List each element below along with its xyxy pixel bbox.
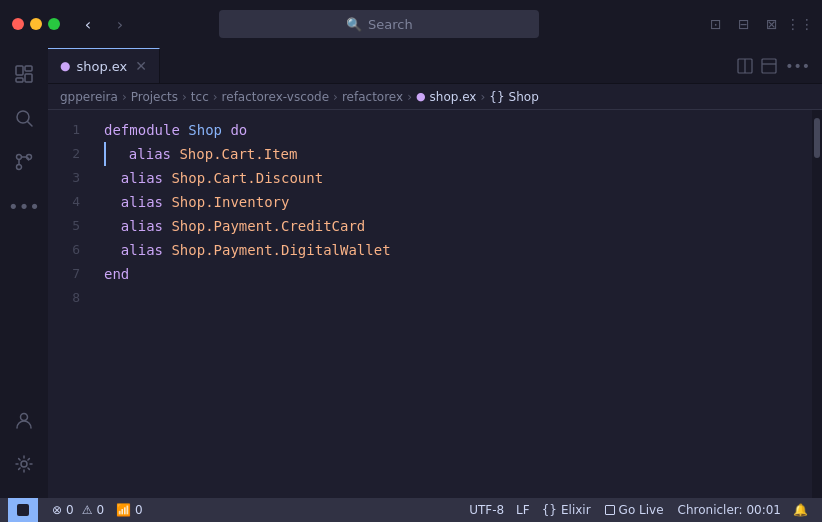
- file-type-icon: ●: [416, 90, 426, 103]
- status-chronicler[interactable]: Chronicler: 00:01: [672, 498, 787, 522]
- breadcrumb-file[interactable]: ● shop.ex: [416, 90, 477, 104]
- module-path-3: Shop.Inventory: [171, 190, 289, 214]
- search-label: Search: [368, 17, 413, 32]
- breadcrumb-part-2[interactable]: tcc: [191, 90, 209, 104]
- search-bar[interactable]: 🔍 Search: [219, 10, 539, 38]
- status-line-ending[interactable]: LF: [510, 498, 536, 522]
- breadcrumb-symbol[interactable]: {} Shop: [489, 90, 538, 104]
- line-numbers: 1 2 3 4 5 6 7 8: [48, 110, 96, 498]
- breadcrumb-filename: shop.ex: [430, 90, 477, 104]
- svg-rect-1: [25, 66, 32, 71]
- explorer-icon[interactable]: [6, 56, 42, 92]
- keyword-defmodule: defmodule: [104, 118, 188, 142]
- breadcrumb-sep-1: ›: [182, 90, 187, 104]
- status-bar: ⊗ 0 ⚠ 0 📶 0 UTF-8 LF {} Elixir Go Live C…: [0, 498, 822, 522]
- breadcrumb-symbol-name: Shop: [509, 90, 539, 104]
- breadcrumb-module-icon: {}: [489, 90, 504, 104]
- module-path-1: Shop.Cart.Item: [179, 142, 297, 166]
- module-name-shop: Shop: [188, 118, 222, 142]
- scrollbar-thumb: [814, 118, 820, 158]
- account-icon[interactable]: [6, 402, 42, 438]
- breadcrumb-part-4[interactable]: refactorex: [342, 90, 403, 104]
- line-num-7: 7: [48, 262, 96, 286]
- code-editor: 1 2 3 4 5 6 7 8 defmodule Shop do alias …: [48, 110, 822, 498]
- breadcrumb-sep-2: ›: [213, 90, 218, 104]
- code-content[interactable]: defmodule Shop do alias Shop.Cart.Item a…: [96, 110, 812, 498]
- module-path-2: Shop.Cart.Discount: [171, 166, 323, 190]
- status-go-live[interactable]: Go Live: [597, 498, 672, 522]
- breadcrumb-part-3[interactable]: refactorex-vscode: [222, 90, 330, 104]
- code-line-2: alias Shop.Cart.Item: [104, 142, 812, 166]
- activity-bar: •••: [0, 48, 48, 498]
- more-icon[interactable]: •••: [6, 188, 42, 224]
- svg-rect-15: [17, 504, 29, 516]
- keyword-alias-4: alias: [104, 214, 171, 238]
- line-num-4: 4: [48, 190, 96, 214]
- line-num-6: 6: [48, 238, 96, 262]
- tab-right-icons: •••: [737, 48, 822, 83]
- radio-icon: 📶: [116, 503, 131, 517]
- status-bell[interactable]: 🔔: [787, 498, 814, 522]
- encoding-label: UTF-8: [469, 503, 504, 517]
- maximize-button[interactable]: [48, 18, 60, 30]
- svg-point-9: [21, 414, 28, 421]
- close-button[interactable]: [12, 18, 24, 30]
- line-num-8: 8: [48, 286, 96, 310]
- svg-rect-3: [16, 78, 23, 82]
- layout-split-icon[interactable]: ⊡: [706, 14, 726, 34]
- status-info[interactable]: 📶 0: [110, 498, 149, 522]
- status-branch-icon[interactable]: [8, 498, 38, 522]
- svg-line-5: [28, 122, 33, 127]
- breadcrumb-sep-3: ›: [333, 90, 338, 104]
- tab-shop-ex[interactable]: ● shop.ex ✕: [48, 48, 160, 83]
- close-panel-icon[interactable]: [761, 58, 777, 74]
- status-errors[interactable]: ⊗ 0 ⚠ 0: [46, 498, 110, 522]
- code-line-6: alias Shop.Payment.DigitalWallet: [104, 238, 812, 262]
- warning-count: 0: [96, 503, 104, 517]
- code-line-3: alias Shop.Cart.Discount: [104, 166, 812, 190]
- git-icon[interactable]: [6, 144, 42, 180]
- status-language[interactable]: {} Elixir: [536, 498, 597, 522]
- module-path-5: Shop.Payment.DigitalWallet: [171, 238, 390, 262]
- go-live-label: Go Live: [619, 503, 664, 517]
- svg-point-10: [21, 461, 27, 467]
- breadcrumb: gppereira › Projects › tcc › refactorex-…: [48, 84, 822, 110]
- more-actions-icon[interactable]: •••: [785, 58, 810, 74]
- search-icon[interactable]: [6, 100, 42, 136]
- minimize-button[interactable]: [30, 18, 42, 30]
- info-count: 0: [135, 503, 143, 517]
- warning-icon: ⚠: [82, 503, 93, 517]
- tab-file-icon: ●: [60, 59, 70, 73]
- tab-close-button[interactable]: ✕: [135, 58, 147, 74]
- layout-panel-icon[interactable]: ⊟: [734, 14, 754, 34]
- code-line-7: end: [104, 262, 812, 286]
- tab-bar: ● shop.ex ✕ •••: [48, 48, 822, 84]
- keyword-alias-2: alias: [104, 166, 171, 190]
- nav-forward-button[interactable]: ›: [108, 12, 132, 36]
- line-ending-label: LF: [516, 503, 530, 517]
- language-label: Elixir: [561, 503, 591, 517]
- layout-sidebar-icon[interactable]: ⊠: [762, 14, 782, 34]
- go-live-icon: [605, 505, 615, 515]
- line-num-3: 3: [48, 166, 96, 190]
- bell-icon: 🔔: [793, 503, 808, 517]
- error-icon: ⊗: [52, 503, 62, 517]
- svg-rect-13: [762, 59, 776, 73]
- settings-icon[interactable]: [6, 446, 42, 482]
- nav-back-button[interactable]: ‹: [76, 12, 100, 36]
- keyword-end: end: [104, 262, 129, 286]
- language-icon: {}: [542, 503, 557, 517]
- code-line-4: alias Shop.Inventory: [104, 190, 812, 214]
- main-area: ••• ● shop.ex ✕: [0, 48, 822, 498]
- module-path-4: Shop.Payment.CreditCard: [171, 214, 365, 238]
- split-editor-icon[interactable]: [737, 58, 753, 74]
- breadcrumb-part-0[interactable]: gppereira: [60, 90, 118, 104]
- status-encoding[interactable]: UTF-8: [463, 498, 510, 522]
- error-count: 0: [66, 503, 74, 517]
- code-line-1: defmodule Shop do: [104, 118, 812, 142]
- breadcrumb-sep-0: ›: [122, 90, 127, 104]
- scrollbar[interactable]: [812, 110, 822, 498]
- layout-menu-icon[interactable]: ⋮⋮: [790, 14, 810, 34]
- breadcrumb-part-1[interactable]: Projects: [131, 90, 178, 104]
- line-num-5: 5: [48, 214, 96, 238]
